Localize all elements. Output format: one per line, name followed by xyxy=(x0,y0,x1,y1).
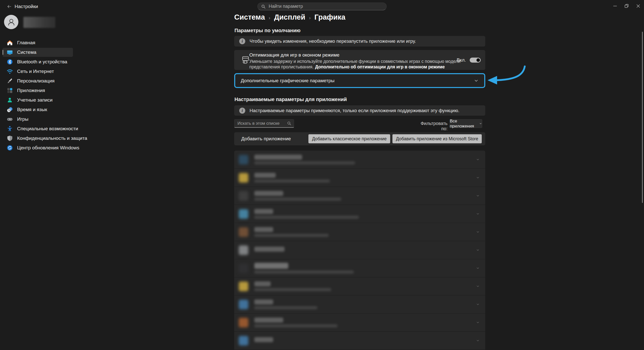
app-name-redacted xyxy=(254,318,283,323)
add-store-app-button[interactable]: Добавить приложение из Microsoft Store xyxy=(392,134,482,143)
app-name-redacted xyxy=(254,173,276,178)
filter-value: Все приложения xyxy=(450,119,477,129)
app-icon-redacted xyxy=(239,282,248,291)
app-icon-redacted xyxy=(239,209,248,219)
custom-section-label: Настраиваемые параметры для приложений xyxy=(234,97,347,102)
app-list-row[interactable] xyxy=(234,205,485,223)
network-icon xyxy=(7,68,13,75)
avatar[interactable] xyxy=(4,15,18,29)
gaming-icon xyxy=(7,116,13,122)
sidebar-item-label: Персонализация xyxy=(17,78,55,84)
sidebar-item-windows-update[interactable]: Центр обновления Windows xyxy=(3,143,73,152)
breadcrumb-separator: › xyxy=(269,14,270,21)
user-icon xyxy=(6,17,16,27)
breadcrumb: Система›Дисплей›Графика xyxy=(234,13,345,21)
restore-icon xyxy=(624,3,630,9)
toggle-state-label: Вкл. xyxy=(457,57,466,63)
app-list-search-box[interactable] xyxy=(234,119,294,128)
sidebar-item-apps[interactable]: Приложения xyxy=(3,86,73,95)
sidebar-item-accounts[interactable]: Учетные записи xyxy=(3,96,73,105)
close-button[interactable] xyxy=(632,0,644,12)
app-detail-redacted xyxy=(254,234,329,237)
restart-notice-text: Чтобы увидеть изменения, необходимо пере… xyxy=(250,38,416,44)
app-list-row[interactable] xyxy=(234,332,485,350)
app-icon-redacted xyxy=(239,245,248,255)
main-content: Система›Дисплей›Графика Параметры по умо… xyxy=(234,0,485,350)
app-detail-redacted xyxy=(254,180,330,183)
app-list xyxy=(234,151,485,350)
sidebar-item-bluetooth[interactable]: Bluetooth и устройства xyxy=(3,57,73,66)
sidebar-item-time-language[interactable]: Время и язык xyxy=(3,105,73,114)
app-list-row[interactable] xyxy=(234,151,485,169)
app-detail-redacted xyxy=(254,198,341,201)
app-text-redacted xyxy=(254,155,476,164)
game-optimization-learn-more-link[interactable]: Дополнительно об оптимизации для игр в о… xyxy=(315,64,445,69)
filter-label: Фильтровать по: xyxy=(415,121,448,132)
game-optimization-toggle[interactable] xyxy=(470,58,481,63)
app-text-redacted xyxy=(254,337,476,344)
advanced-graphics-label: Дополнительные графические параметры xyxy=(241,78,335,83)
app-detail-redacted xyxy=(254,324,337,327)
custom-settings-notice-text: Настраиваемые параметры применяются, тол… xyxy=(250,108,459,113)
sidebar-item-label: Система xyxy=(17,50,36,55)
windowed-game-optimization-icon xyxy=(240,55,250,65)
app-text-redacted xyxy=(254,209,476,219)
user-name-redacted xyxy=(23,17,55,28)
minimize-button[interactable] xyxy=(609,0,621,12)
chevron-down-icon xyxy=(476,248,480,252)
app-icon-redacted xyxy=(239,191,248,201)
app-list-row[interactable] xyxy=(234,169,485,187)
advanced-graphics-expander[interactable]: Дополнительные графические параметры xyxy=(234,73,485,88)
sidebar-item-label: Bluetooth и устройства xyxy=(17,59,67,65)
chevron-down-icon xyxy=(476,266,480,270)
chevron-down-icon xyxy=(476,302,480,306)
app-detail-redacted xyxy=(254,288,331,291)
sidebar-item-network[interactable]: Сеть и Интернет xyxy=(3,67,73,76)
sidebar-item-gaming[interactable]: Игры xyxy=(3,115,73,124)
sidebar-item-personalization[interactable]: Персонализация xyxy=(3,76,73,85)
apps-icon xyxy=(7,87,13,94)
add-desktop-app-button[interactable]: Добавить классическое приложение xyxy=(308,134,390,143)
app-list-row[interactable] xyxy=(234,314,485,332)
system-icon xyxy=(7,49,13,56)
defaults-section-label: Параметры по умолчанию xyxy=(234,28,301,33)
app-text-redacted xyxy=(254,318,476,327)
app-text-redacted xyxy=(254,191,476,201)
game-optimization-description: Уменьшите задержку и используйте дополни… xyxy=(249,59,462,70)
app-list-row[interactable] xyxy=(234,295,485,314)
app-list-row[interactable] xyxy=(234,241,485,259)
app-name-redacted xyxy=(254,227,273,232)
game-optimization-text: Оптимизация для игр в оконном режиме Уме… xyxy=(249,52,462,70)
app-detail-redacted xyxy=(254,161,355,164)
sidebar-item-privacy[interactable]: Конфиденциальность и защита xyxy=(3,134,73,143)
chevron-down-icon xyxy=(476,321,480,324)
sidebar-item-home[interactable]: Главная xyxy=(3,38,73,47)
windows-update-icon xyxy=(7,145,13,151)
breadcrumb-item[interactable]: Система xyxy=(234,13,265,21)
breadcrumb-separator: › xyxy=(309,14,311,21)
sidebar-item-system[interactable]: Система xyxy=(3,48,73,57)
scrollbar-thumb[interactable] xyxy=(642,32,643,203)
app-list-row[interactable] xyxy=(234,187,485,205)
add-app-label: Добавить приложение xyxy=(241,136,306,142)
app-text-redacted xyxy=(254,173,476,183)
filter-dropdown[interactable]: Все приложения xyxy=(450,119,482,128)
breadcrumb-item[interactable]: Графика xyxy=(314,13,345,21)
app-list-row[interactable] xyxy=(234,277,485,295)
bluetooth-icon xyxy=(7,59,13,65)
app-name-redacted xyxy=(254,155,302,160)
restore-button[interactable] xyxy=(621,0,632,12)
app-name-redacted xyxy=(254,299,273,304)
app-list-row[interactable] xyxy=(234,259,485,277)
app-icon-redacted xyxy=(239,264,248,273)
sidebar-item-label: Время и язык xyxy=(17,107,47,112)
toggle-knob xyxy=(476,58,480,62)
app-detail-redacted xyxy=(254,271,354,274)
breadcrumb-item[interactable]: Дисплей xyxy=(274,13,305,21)
app-list-search-input[interactable] xyxy=(237,121,283,126)
sidebar-item-accessibility[interactable]: Специальные возможности xyxy=(3,124,73,133)
back-button[interactable] xyxy=(6,3,13,10)
app-list-row[interactable] xyxy=(234,223,485,241)
app-icon-redacted xyxy=(239,336,248,345)
sidebar-item-label: Специальные возможности xyxy=(17,126,78,132)
